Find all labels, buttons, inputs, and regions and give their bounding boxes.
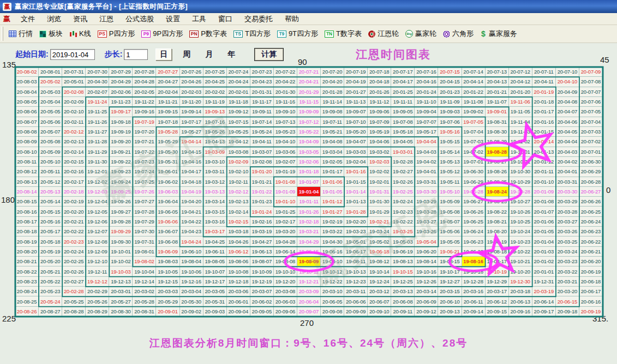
menu-item-1[interactable]: 浏览 <box>41 13 67 25</box>
grid-date-cell: 19-07-24 <box>133 167 156 177</box>
grid-date-cell: 20-08-16 <box>15 207 39 216</box>
toolbar-button-11[interactable]: 六角形 <box>440 27 477 40</box>
grid-date-cell: 19-04-15 <box>180 147 203 157</box>
grid-date-cell: 20-01-20 <box>509 87 532 97</box>
grid-date-cell: 19-02-25 <box>391 187 415 197</box>
grid-date-cell: 19-10-03 <box>109 266 133 276</box>
period-option-2[interactable]: 月 <box>201 49 217 60</box>
grid-date-cell: 19-05-11 <box>438 177 462 187</box>
grid-date-cell: 20-07-30 <box>86 67 109 77</box>
grid-date-cell: 20-07-17 <box>391 67 415 77</box>
angle-label-0: 0 <box>606 185 610 195</box>
step-input[interactable] <box>124 49 148 60</box>
grid-date-cell: 19-07-03 <box>462 137 486 147</box>
toolbar-button-7[interactable]: T99T四方形 <box>274 27 321 40</box>
grid-date-cell: 20-02-02 <box>203 87 227 97</box>
grid-date-cell: 20-08-06 <box>15 107 39 117</box>
grid-date-cell: 19-03-02 <box>368 147 391 157</box>
grid-date-cell: 20-09-02 <box>180 307 203 317</box>
grid-date-cell: 19-09-12 <box>227 107 250 117</box>
grid-date-cell: 20-01-27 <box>344 87 368 97</box>
grid-date-cell: 19-03-14 <box>203 197 227 207</box>
grid-date-cell: 20-04-12 <box>509 77 532 87</box>
menu-item-7[interactable]: 窗口 <box>212 13 238 25</box>
grid-date-cell: 19-08-06 <box>227 257 250 266</box>
calculate-button[interactable]: 计算 <box>254 48 284 61</box>
grid-date-cell: 20-05-22 <box>39 277 62 287</box>
grid-date-cell: 19-12-12 <box>86 277 109 287</box>
grid-date-cell: 19-08-21 <box>486 217 509 227</box>
grid-date-cell: 19-12-07 <box>86 227 109 236</box>
grid-date-cell: 19-12-24 <box>368 277 391 287</box>
grid-date-cell: 19-04-29 <box>297 236 321 246</box>
toolbar-button-2[interactable]: K线 <box>66 27 94 40</box>
grid-date-cell: 20-01-31 <box>250 87 274 97</box>
period-option-1[interactable]: 周 <box>179 49 194 60</box>
menu-item-0[interactable]: 文件 <box>15 13 41 25</box>
grid-date-cell: 20-05-24 <box>39 296 62 306</box>
toolbar-button-8[interactable]: TNT数字表 <box>321 27 365 40</box>
grid-date-cell: 19-12-05 <box>86 207 109 216</box>
grid-date-cell: 20-06-18 <box>579 277 603 287</box>
toolbar-button-3[interactable]: PSP四方形 <box>94 27 139 40</box>
period-option-3[interactable]: 年 <box>224 49 239 60</box>
grid-date-cell: 19-02-16 <box>250 217 274 227</box>
toolbar-button-0[interactable]: 行情 <box>5 27 36 40</box>
start-date-input[interactable] <box>50 49 95 60</box>
toolbar-button-10[interactable]: Big赢家轮 <box>402 27 440 40</box>
grid-date-cell: 20-02-18 <box>62 187 86 197</box>
menu-item-2[interactable]: 资讯 <box>67 13 93 25</box>
menu-item-6[interactable]: 工具 <box>186 13 212 25</box>
grid-date-cell: 19-04-20 <box>180 197 203 207</box>
toolbar-button-5[interactable]: PNP数字表 <box>186 27 230 40</box>
grid-date-cell: 19-03-19 <box>250 227 274 236</box>
menu-item-3[interactable]: 江恩 <box>93 13 119 25</box>
grid-date-cell: 19-06-09 <box>156 247 179 257</box>
grid-date-cell: 19-09-11 <box>250 107 274 117</box>
grid-date-cell: 20-09-03 <box>203 307 227 317</box>
hexagon-icon <box>443 31 450 38</box>
grid-date-cell: 20-04-06 <box>556 117 579 127</box>
grid-date-cell: 19-11-27 <box>86 127 109 137</box>
menu-item-4[interactable]: 公式选股 <box>119 13 160 25</box>
toolbar-button-12[interactable]: $赢家服务 <box>477 27 520 40</box>
grid-date-cell: 20-04-19 <box>344 77 368 87</box>
grid-date-cell: 19-06-05 <box>156 207 179 216</box>
period-option-0[interactable]: 日 <box>155 48 172 60</box>
grid-date-cell: 19-02-08 <box>250 157 274 167</box>
toolbar-button-9[interactable]: 江恩轮 <box>365 27 402 40</box>
toolbar-button-4[interactable]: P99P四方形 <box>138 27 186 40</box>
grid-date-cell: 19-09-02 <box>462 107 486 117</box>
grid-date-cell: 20-07-10 <box>556 67 579 77</box>
grid-date-cell: 20-06-11 <box>462 296 486 306</box>
grid-date-cell: 19-07-01 <box>462 157 486 167</box>
grid-date-cell: 19-11-28 <box>86 137 109 147</box>
grid-date-cell: 20-06-05 <box>321 296 344 306</box>
grid-date-cell: 19-05-08 <box>438 207 462 216</box>
menu-item-5[interactable]: 设置 <box>160 13 186 25</box>
menu-item-8[interactable]: 交易委托 <box>238 13 279 25</box>
grid-date-cell: 20-09-15 <box>486 307 509 317</box>
menu-item-9[interactable]: 帮助 <box>279 13 305 25</box>
toolbar-button-1[interactable]: 板块 <box>36 27 66 40</box>
grid-date-cell: 19-03-21 <box>297 227 321 236</box>
grid-date-cell: 20-04-01 <box>556 167 579 177</box>
grid-date-cell: 20-03-10 <box>321 287 344 296</box>
grid-date-cell: 19-06-15 <box>297 247 321 257</box>
grid-date-cell: 19-11-20 <box>180 97 203 107</box>
grid-date-cell: 19-11-14 <box>321 97 344 107</box>
grid-date-cell: 19-11-03 <box>509 127 532 137</box>
grid-date-cell: 19-12-06 <box>86 217 109 227</box>
grid-date-cell: 19-11-04 <box>509 117 532 127</box>
grid-date-cell: 19-05-30 <box>156 147 179 157</box>
toolbar-button-6[interactable]: TST四方形 <box>230 27 274 40</box>
grid-date-cell: 20-03-04 <box>180 287 203 296</box>
grid-date-cell: 20-06-29 <box>579 167 603 177</box>
grid-date-cell: 19-12-01 <box>86 167 109 177</box>
grid-date-cell: 19-06-23 <box>462 236 486 246</box>
grid-date-cell: 19-05-25 <box>227 127 250 137</box>
grid-date-cell: 19-09-26 <box>109 197 133 207</box>
grid-date-cell: 20-06-26 <box>579 197 603 207</box>
grid-date-cell: 19-01-09 <box>274 187 297 197</box>
grid-date-cell: 19-04-26 <box>227 236 250 246</box>
